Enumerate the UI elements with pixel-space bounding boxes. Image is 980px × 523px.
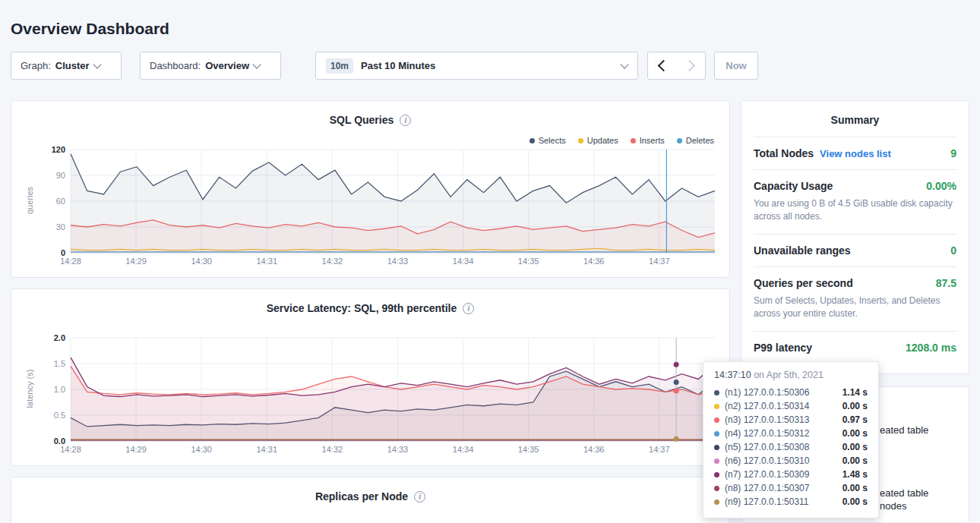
svg-text:14:33: 14:33 bbox=[387, 257, 409, 266]
dashboard-dropdown[interactable]: Dashboard: Overview bbox=[140, 52, 281, 80]
info-icon[interactable] bbox=[414, 491, 425, 503]
service-latency-title: Service Latency: SQL, 99th percentile bbox=[267, 302, 457, 314]
tooltip-node-value: 0.00 s bbox=[842, 496, 868, 507]
capacity-usage-description: You are using 0 B of 4.5 GiB usable disk… bbox=[754, 197, 956, 224]
view-nodes-list-link[interactable]: View nodes list bbox=[820, 148, 891, 159]
dashboard-dropdown-value: Overview bbox=[205, 60, 249, 71]
svg-text:14:30: 14:30 bbox=[191, 257, 212, 266]
summary-qps-row: Queries per second 87.5 Sum of Selects, … bbox=[754, 267, 956, 332]
page-title: Overview Dashboard bbox=[11, 20, 169, 38]
chart-svg: 0.00.51.01.52.014:2814:2914:3014:3114:32… bbox=[39, 333, 722, 458]
svg-text:30: 30 bbox=[56, 222, 65, 232]
sql-queries-legend: SelectsUpdatesInsertsDeletes bbox=[530, 136, 714, 145]
p99-latency-label: P99 latency bbox=[754, 342, 812, 354]
svg-text:120: 120 bbox=[52, 145, 65, 154]
tooltip-node-value: 1.14 s bbox=[842, 387, 868, 398]
tooltip-node-address: (n3) 127.0.0.1:50313 bbox=[725, 414, 809, 425]
legend-label: Inserts bbox=[640, 136, 665, 145]
chart-hover-tooltip: 14:37:10 on Apr 5th, 2021 (n1) 127.0.0.1… bbox=[703, 361, 879, 518]
series-dot-icon bbox=[714, 417, 719, 423]
svg-text:0.5: 0.5 bbox=[54, 411, 65, 420]
qps-value: 87.5 bbox=[936, 277, 956, 289]
summary-unavailable-ranges-row: Unavailable ranges 0 bbox=[754, 235, 956, 267]
legend-item[interactable]: Selects bbox=[530, 136, 566, 145]
legend-label: Updates bbox=[587, 136, 618, 145]
graph-dropdown-value: Cluster bbox=[55, 60, 90, 71]
tooltip-node-address: (n6) 127.0.0.1:50310 bbox=[725, 455, 809, 466]
dashboard-dropdown-label: Dashboard: bbox=[150, 60, 201, 71]
series-dot-icon bbox=[714, 486, 719, 491]
tooltip-row: (n1) 127.0.0.1:503061.14 s bbox=[714, 386, 868, 399]
p99-latency-value: 1208.0 ms bbox=[906, 342, 956, 354]
legend-item[interactable]: Deletes bbox=[677, 136, 714, 145]
tooltip-node-address: (n7) 127.0.0.1:50309 bbox=[725, 469, 809, 480]
series-dot-icon bbox=[714, 499, 719, 505]
tooltip-time: 14:37:10 bbox=[714, 370, 751, 380]
tooltip-node-value: 0.97 s bbox=[842, 414, 868, 425]
legend-item[interactable]: Updates bbox=[578, 136, 618, 145]
svg-text:14:29: 14:29 bbox=[125, 445, 147, 454]
summary-title: Summary bbox=[754, 101, 956, 137]
svg-text:14:33: 14:33 bbox=[387, 445, 409, 454]
tooltip-node-address: (n9) 127.0.0.1:50311 bbox=[725, 496, 809, 507]
info-icon[interactable] bbox=[400, 115, 411, 126]
summary-p99-row: P99 latency 1208.0 ms bbox=[754, 332, 956, 364]
y-axis-label: latency (s) bbox=[25, 343, 34, 434]
tooltip-row: (n3) 127.0.0.1:503130.97 s bbox=[714, 413, 868, 427]
time-range-dropdown[interactable]: 10m Past 10 Minutes bbox=[315, 52, 638, 80]
series-dot-icon bbox=[714, 458, 719, 464]
svg-text:14:34: 14:34 bbox=[453, 445, 474, 454]
svg-text:14:36: 14:36 bbox=[583, 445, 605, 454]
tooltip-row: (n9) 127.0.0.1:503110.00 s bbox=[714, 495, 868, 509]
tooltip-row: (n4) 127.0.0.1:503120.00 s bbox=[714, 427, 868, 440]
tooltip-row: (n7) 127.0.0.1:503091.48 s bbox=[714, 468, 868, 481]
graph-dropdown[interactable]: Graph: Cluster bbox=[11, 52, 122, 80]
legend-item[interactable]: Inserts bbox=[631, 136, 665, 145]
chevron-down-icon bbox=[93, 60, 101, 68]
time-next-button[interactable] bbox=[676, 52, 706, 80]
replicas-per-node-panel: Replicas per Node bbox=[11, 477, 730, 523]
tooltip-date: on Apr 5th, 2021 bbox=[754, 370, 824, 380]
event-item-text[interactable]: eated table bbox=[880, 487, 928, 499]
svg-text:0: 0 bbox=[61, 248, 65, 257]
legend-dot-icon bbox=[530, 138, 535, 143]
total-nodes-label: Total Nodes bbox=[754, 147, 814, 159]
time-prev-button[interactable] bbox=[647, 52, 677, 80]
svg-text:2.0: 2.0 bbox=[54, 333, 65, 342]
chevron-down-icon bbox=[252, 60, 261, 68]
svg-text:14:28: 14:28 bbox=[60, 257, 81, 266]
tooltip-timestamp: 14:37:10 on Apr 5th, 2021 bbox=[714, 370, 868, 386]
tooltip-node-value: 0.00 s bbox=[842, 483, 868, 493]
info-icon[interactable] bbox=[463, 303, 474, 314]
svg-text:90: 90 bbox=[56, 171, 65, 180]
svg-text:14:32: 14:32 bbox=[322, 445, 343, 454]
tooltip-node-value: 0.00 s bbox=[842, 428, 868, 439]
y-axis-label: queries bbox=[25, 155, 34, 246]
svg-text:14:29: 14:29 bbox=[125, 257, 147, 266]
legend-dot-icon bbox=[578, 138, 583, 143]
svg-text:1.0: 1.0 bbox=[54, 385, 65, 394]
total-nodes-value: 9 bbox=[950, 147, 956, 159]
chevron-down-icon bbox=[620, 60, 628, 68]
chart-svg: 030609012014:2814:2914:3014:3114:3214:33… bbox=[39, 145, 722, 269]
service-latency-chart[interactable]: 0.00.51.01.52.014:2814:2914:3014:3114:32… bbox=[39, 333, 722, 458]
tooltip-rows: (n1) 127.0.0.1:503061.14 s(n2) 127.0.0.1… bbox=[714, 386, 868, 509]
tooltip-row: (n6) 127.0.0.1:503100.00 s bbox=[714, 454, 868, 468]
event-item-text[interactable]: eated table bbox=[880, 424, 928, 436]
event-item-text[interactable]: nodes bbox=[880, 500, 906, 512]
capacity-usage-value: 0.00% bbox=[926, 180, 956, 192]
legend-label: Selects bbox=[539, 136, 566, 145]
tooltip-row: (n2) 127.0.0.1:503140.00 s bbox=[714, 399, 868, 413]
svg-text:14:37: 14:37 bbox=[649, 445, 670, 454]
svg-text:14:34: 14:34 bbox=[453, 257, 474, 266]
series-dot-icon bbox=[714, 431, 719, 436]
sql-queries-chart[interactable]: 030609012014:2814:2914:3014:3114:3214:33… bbox=[39, 145, 722, 269]
now-button[interactable]: Now bbox=[714, 52, 758, 80]
tooltip-node-value: 0.00 s bbox=[842, 455, 868, 466]
capacity-usage-label: Capacity Usage bbox=[754, 180, 833, 192]
legend-dot-icon bbox=[677, 138, 682, 143]
legend-dot-icon bbox=[631, 138, 636, 143]
qps-label: Queries per second bbox=[754, 277, 853, 289]
chevron-right-icon bbox=[683, 60, 695, 72]
unavailable-ranges-label: Unavailable ranges bbox=[754, 244, 851, 257]
